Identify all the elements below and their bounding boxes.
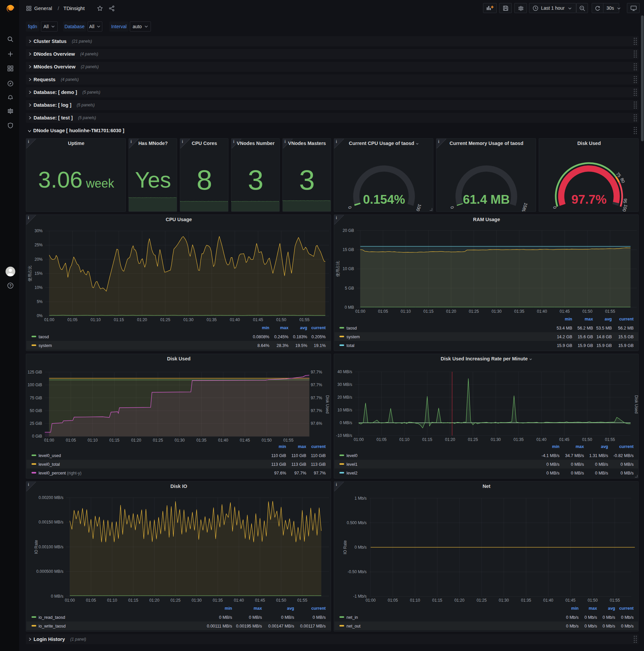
svg-text:1.31 MB/s: 1.31 MB/s [589,453,608,458]
svg-text:0 Mb/s: 0 Mb/s [603,624,615,628]
svg-text:01:35: 01:35 [196,438,206,443]
svg-text:0 MB/s: 0 MB/s [595,471,608,475]
svg-text:01:05: 01:05 [378,309,388,314]
svg-text:19.5%: 19.5% [295,343,307,348]
svg-text:53.5 MB: 53.5 MB [596,326,612,331]
svg-text:-4.1 MB/s: -4.1 MB/s [541,453,559,458]
svg-text:01:45: 01:45 [559,437,569,442]
svg-text:01:45: 01:45 [255,598,265,603]
svg-text:0.245%: 0.245% [275,335,288,339]
svg-text:20 GB: 20 GB [343,228,354,233]
svg-text:max: max [575,444,584,449]
svg-text:min: min [262,326,269,330]
svg-text:0.00147 MB/s: 0.00147 MB/s [268,624,294,628]
svg-text:01:55: 01:55 [297,598,307,603]
svg-text:01:10: 01:10 [400,309,411,314]
svg-text:01:55: 01:55 [605,309,615,314]
svg-text:01:15: 01:15 [114,317,124,322]
svg-text:01:05: 01:05 [388,598,398,603]
svg-text:current: current [619,317,634,321]
svg-text:15.9 GB: 15.9 GB [578,343,593,348]
svg-text:01:15: 01:15 [109,438,120,443]
svg-text:110 GiB: 110 GiB [311,453,326,458]
svg-text:0.00200 MB/s: 0.00200 MB/s [39,495,63,500]
svg-text:current: current [311,444,326,449]
svg-text:0 MB/s: 0 MB/s [571,462,584,467]
svg-text:80: 80 [619,177,626,184]
svg-text:40 MB/s: 40 MB/s [337,369,352,374]
svg-text:0 Mb/s: 0 Mb/s [354,545,366,550]
svg-text:system: system [347,335,360,339]
svg-text:01:25: 01:25 [469,309,479,314]
svg-text:97.7%: 97.7% [314,471,326,475]
svg-text:01:50: 01:50 [262,438,272,443]
svg-text:0.00117 MB/s: 0.00117 MB/s [300,624,326,628]
svg-text:01:25: 01:25 [476,598,486,603]
svg-text:25%: 25% [35,243,42,247]
svg-text:01:40: 01:40 [218,438,228,443]
svg-text:01:50: 01:50 [276,317,286,322]
svg-text:0.000500 MB/s: 0.000500 MB/s [36,569,63,574]
svg-text:IO Rate: IO Rate [343,540,348,554]
svg-text:01:25: 01:25 [170,598,181,603]
svg-text:avg: avg [608,606,615,611]
svg-text:15.5 GB: 15.5 GB [618,335,634,339]
svg-text:avg: avg [604,317,612,321]
svg-text:15 GB: 15 GB [343,247,354,252]
svg-text:01:05: 01:05 [86,598,96,603]
svg-text:01:00: 01:00 [65,598,75,603]
svg-text:5 GB: 5 GB [345,286,354,290]
svg-text:15.6 GB: 15.6 GB [578,335,593,339]
svg-text:01:00: 01:00 [44,317,54,322]
svg-text:0.00150 MB/s: 0.00150 MB/s [39,520,63,525]
svg-text:0 MB/s: 0 MB/s [595,462,608,467]
svg-text:01:35: 01:35 [521,598,531,603]
svg-text:61.4 MB: 61.4 MB [463,193,510,206]
svg-text:min: min [571,606,578,611]
svg-text:01:35: 01:35 [213,598,223,603]
svg-text:0 MB/s: 0 MB/s [546,462,559,467]
svg-text:max: max [588,606,597,611]
svg-text:100 GiB: 100 GiB [28,382,42,387]
svg-text:taosd: taosd [347,326,357,331]
svg-text:0 MB/s: 0 MB/s [219,615,232,620]
svg-text:01:40: 01:40 [230,317,240,322]
svg-text:97.7%: 97.7% [294,471,306,475]
svg-text:56.2 MB: 56.2 MB [618,326,634,331]
svg-text:system: system [39,343,52,348]
svg-text:100: 100 [621,204,629,212]
svg-text:level0_percent (right-y): level0_percent (right-y) [39,471,82,475]
svg-text:01:00: 01:00 [355,309,365,314]
svg-text:max: max [280,326,288,330]
svg-text:01:25: 01:25 [153,438,163,443]
svg-text:0 Mb/s: 0 Mb/s [566,624,579,628]
svg-text:01:40: 01:40 [536,437,546,442]
svg-text:01:25: 01:25 [468,437,478,442]
svg-text:01:15: 01:15 [422,437,432,442]
svg-text:01:55: 01:55 [299,317,310,322]
svg-text:01:40: 01:40 [543,598,553,603]
svg-text:01:20: 01:20 [454,598,464,603]
svg-text:current: current [619,444,634,449]
svg-text:110 GiB: 110 GiB [271,453,286,458]
svg-text:min: min [225,606,232,611]
svg-text:01:20: 01:20 [131,438,141,443]
svg-text:0 Mb/s: 0 Mb/s [566,615,579,620]
svg-text:01:30: 01:30 [490,437,501,442]
svg-text:01:35: 01:35 [514,437,523,442]
svg-text:current: current [311,326,326,330]
svg-text:0 Mb/s: 0 Mb/s [621,624,634,628]
svg-text:0 Mb/s: 0 Mb/s [584,624,597,628]
svg-text:io_read_taosd: io_read_taosd [39,615,65,620]
svg-text:01:50: 01:50 [582,437,592,442]
svg-text:01:00: 01:00 [354,437,363,442]
svg-text:01:40: 01:40 [537,309,547,314]
svg-text:01:55: 01:55 [605,437,615,442]
svg-text:01:00: 01:00 [365,598,375,603]
svg-text:110 GiB: 110 GiB [291,453,306,458]
svg-text:01:30: 01:30 [192,598,201,603]
svg-text:01:15: 01:15 [423,309,433,314]
svg-text:使用占比: 使用占比 [335,261,340,277]
svg-text:01:20: 01:20 [445,437,455,442]
svg-text:01:00: 01:00 [44,438,54,443]
